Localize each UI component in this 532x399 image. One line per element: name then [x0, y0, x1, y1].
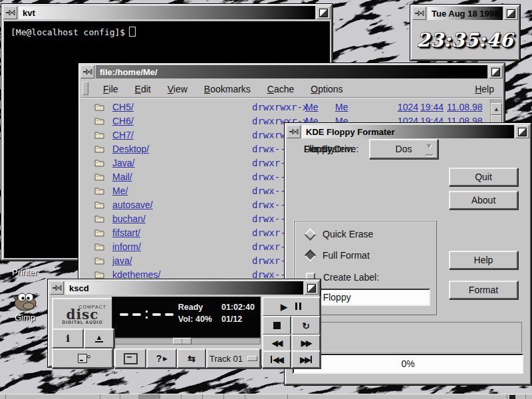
maximize-button[interactable] [515, 125, 529, 138]
terminal-titlebar[interactable]: kvt [3, 5, 331, 20]
menu-item[interactable]: File [103, 84, 118, 94]
gimp-wilber-icon[interactable] [11, 290, 39, 313]
info-button[interactable]: i [52, 329, 84, 348]
folder-icon [94, 228, 104, 239]
question-icon: ? [156, 353, 162, 364]
seek-back-button[interactable]: ◀◀ [262, 334, 291, 352]
radio-icon[interactable] [304, 228, 316, 240]
radio-option[interactable]: Full Format [306, 250, 370, 261]
track-selector[interactable]: Track 01 [206, 348, 261, 368]
prev-track-button[interactable]: ◀◀ [262, 350, 291, 368]
menu-item[interactable]: Edit [135, 84, 151, 94]
maximize-button[interactable] [305, 281, 319, 295]
cddb-icon [78, 354, 87, 363]
sticky-pin-button[interactable] [50, 281, 64, 295]
desktop-icon-printer[interactable]: Printer [12, 267, 37, 277]
file-link[interactable]: fifstart/ [112, 227, 140, 238]
floppy-titlebar[interactable]: KDE Floppy Formater [286, 124, 530, 139]
menu-item[interactable]: Options [311, 84, 342, 94]
quit-button[interactable]: Quit [449, 168, 518, 186]
maximize-button[interactable] [489, 65, 503, 78]
menu-item[interactable]: Bookmarks [204, 84, 251, 94]
help-button[interactable]: Help [449, 251, 518, 269]
file-link[interactable]: CH6/ [112, 116, 134, 126]
eject-button[interactable]: ▲ [84, 329, 114, 348]
file-size[interactable]: 1024 [384, 102, 418, 112]
folder-icon [94, 242, 104, 253]
skip-bar-icon [311, 356, 312, 363]
format-button[interactable]: Format [449, 281, 518, 299]
volume-slider[interactable] [112, 338, 261, 344]
maximize-button[interactable] [504, 7, 518, 20]
maximize-icon [507, 9, 515, 18]
file-link[interactable]: kdethemes/ [112, 269, 160, 280]
cddb-button[interactable] [52, 348, 113, 368]
lcd-track-time [118, 311, 176, 319]
menu-item[interactable]: Cache [267, 84, 294, 94]
file-group[interactable]: Me [335, 102, 348, 112]
pin-icon [83, 68, 92, 75]
taskbar-mini-icon[interactable] [509, 395, 515, 399]
radio-option[interactable]: Quick Erase [306, 229, 373, 239]
status-box [293, 322, 522, 352]
checkbox-label: Create Label: [323, 272, 379, 283]
dropdown-select[interactable]: Dos ▼ [369, 139, 438, 159]
loop-button[interactable]: ↻ [291, 316, 321, 335]
cd-logo-digital-audio: DIGITAL AUDIO [63, 320, 103, 325]
file-date[interactable]: 11.08.98 [447, 102, 482, 112]
menubar-grip[interactable] [82, 82, 88, 95]
file-owner[interactable]: Me [305, 102, 318, 112]
file-link[interactable]: Java/ [112, 158, 134, 168]
stop-button[interactable] [262, 316, 291, 335]
file-manager-titlebar[interactable]: file:/home/Me/ [80, 65, 503, 79]
maximize-icon [307, 284, 316, 293]
dock-button[interactable] [114, 348, 146, 368]
file-link[interactable]: inform/ [112, 241, 141, 252]
menu-help[interactable]: Help [475, 84, 494, 94]
play-pause-button[interactable]: ▶ [262, 297, 321, 317]
cd-player-titlebar[interactable]: kscd [49, 281, 319, 295]
clock-titlebar[interactable]: Tue Aug 18 1998 [412, 6, 519, 21]
file-link[interactable]: autosave/ [112, 200, 153, 210]
clock-face: 23:35:46 [413, 22, 517, 58]
seek-forward-button[interactable]: ▶▶ [291, 334, 321, 352]
folder-icon [94, 102, 104, 113]
about-button[interactable]: About [449, 191, 518, 209]
pin-icon [289, 128, 299, 135]
cd-logo-button[interactable]: COMPACT disc DIGITAL AUDIO [52, 298, 113, 331]
file-link[interactable]: Me/ [112, 186, 128, 196]
desktop-icon-gimp[interactable]: Gimp [15, 313, 35, 323]
volume-slider-handle[interactable] [173, 338, 192, 344]
monitor-icon [124, 353, 138, 364]
pointer-icon: ▶ [163, 356, 167, 362]
maximize-icon [319, 9, 328, 17]
sticky-pin-button[interactable] [3, 6, 17, 19]
file-time[interactable]: 19:44 [420, 102, 444, 112]
file-link[interactable]: Desktop/ [112, 144, 149, 154]
pin-icon [415, 10, 424, 17]
folder-icon [94, 186, 104, 197]
sticky-pin-button[interactable] [287, 125, 301, 138]
menu-item[interactable]: View [168, 84, 188, 94]
sticky-pin-button[interactable] [412, 7, 426, 20]
context-help-button[interactable]: ?▶ [146, 348, 177, 368]
scroll-up-arrow-icon[interactable]: ▲ [491, 103, 502, 115]
playlist-button[interactable]: ⇆ [177, 348, 206, 368]
lcd-display: Ready 01:02:40 Vol: 40% 01/12 [112, 297, 261, 338]
taskbar[interactable] [0, 394, 532, 399]
floppy-title: KDE Floppy Formater [302, 125, 514, 138]
next-track-button[interactable]: ▶▶ [291, 350, 321, 368]
maximize-button[interactable] [317, 6, 331, 19]
file-link[interactable]: java/ [112, 255, 132, 266]
folder-icon [94, 144, 104, 155]
sticky-pin-button[interactable] [80, 65, 94, 78]
radio-icon[interactable] [304, 249, 316, 261]
format-progress-bar: 0% [293, 354, 523, 374]
file-link[interactable]: buchan/ [112, 213, 146, 224]
file-link[interactable]: CH7/ [112, 130, 134, 140]
folder-icon [94, 214, 104, 225]
file-permissions: drwxrwxr-x [252, 102, 308, 112]
taskbar-pressed-button[interactable] [138, 394, 160, 399]
file-link[interactable]: CH5/ [112, 102, 134, 112]
file-link[interactable]: Mail/ [112, 172, 132, 182]
